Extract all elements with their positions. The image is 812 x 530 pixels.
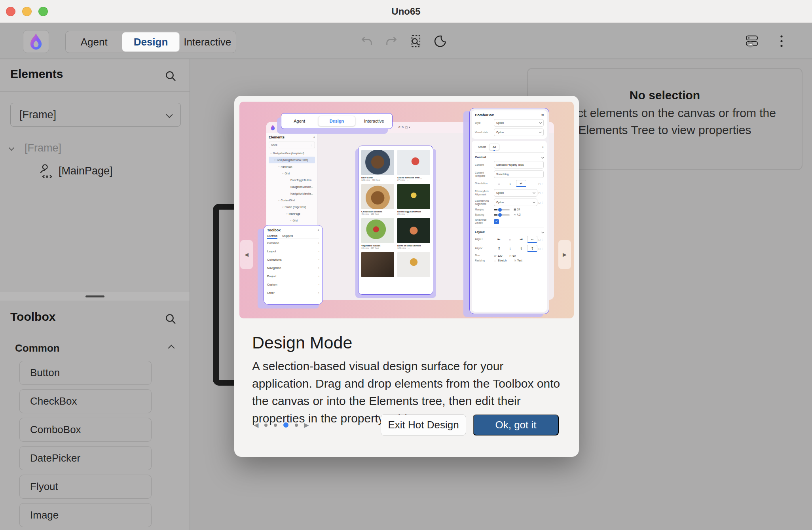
mini-tree-item: ˅ContentGrid xyxy=(269,197,315,204)
splitter-drag-handle[interactable] xyxy=(85,295,104,297)
binding-icon xyxy=(537,182,544,185)
ok-got-it-button[interactable]: Ok, got it xyxy=(473,415,559,435)
toolbox-search-button[interactable] xyxy=(164,312,177,325)
toolbox-item[interactable]: CheckBox xyxy=(19,389,152,413)
binding-icon xyxy=(537,191,544,194)
redo-button[interactable] xyxy=(385,34,398,48)
search-icon xyxy=(542,145,544,149)
mini-tree-item: PaneToggleButton xyxy=(269,177,315,184)
spacing-slider xyxy=(494,214,510,216)
props-filter-tabs: Smart All xyxy=(475,144,544,153)
panel-splitter[interactable] xyxy=(0,292,190,301)
page-prev-arrow[interactable]: ◀ xyxy=(254,421,258,429)
mini-toolbox-category: Project xyxy=(267,272,319,280)
mini-toolbox-tab: Snippets xyxy=(282,235,293,237)
food-photo xyxy=(361,252,394,277)
mini-mode-tabs: Agent Design Interactive xyxy=(281,113,393,129)
zoom-to-selection-button[interactable] xyxy=(409,34,423,48)
kebab-menu-icon xyxy=(310,144,313,147)
pagination-controls: ◀ ▶ xyxy=(254,415,309,435)
carousel-next-button[interactable]: ▶ xyxy=(558,240,571,269)
undo-button[interactable] xyxy=(360,34,374,48)
toolbox-item[interactable]: Image xyxy=(19,503,152,527)
page-dot[interactable] xyxy=(283,422,288,428)
search-icon xyxy=(313,135,315,139)
root-element-dropdown[interactable]: [Frame] xyxy=(10,103,181,127)
page-dot[interactable] xyxy=(295,424,298,427)
toolbox-item[interactable]: Button xyxy=(19,361,152,385)
page-next-arrow[interactable]: ▶ xyxy=(304,421,309,429)
toolbox-item[interactable]: DatePicker xyxy=(19,446,152,470)
elements-panel-title: Elements xyxy=(10,67,63,81)
tree-item-frame[interactable]: [Frame] xyxy=(0,139,190,157)
margins-slider xyxy=(494,209,510,210)
mini-toolbox-category: Other xyxy=(267,289,319,297)
search-icon xyxy=(318,228,319,232)
mini-properties-popover: ComboBox Style Option Visual state Optio… xyxy=(469,108,549,314)
page-element-icon xyxy=(39,164,52,178)
food-card: Beef Stew 120 mins · 480 Kcal xyxy=(361,150,394,181)
binding-icon xyxy=(537,201,544,204)
dialog-title: Design Mode xyxy=(252,333,352,352)
mini-toolbox-tab: Controls xyxy=(267,235,277,239)
mini-tree-item: NavigationViewIte... xyxy=(269,190,315,197)
toolbox-item[interactable]: ComboBox xyxy=(19,418,152,442)
toolbar-right-icons xyxy=(746,23,788,59)
panels-layout-button[interactable] xyxy=(746,34,759,48)
mini-tree-item: ˅PaneRoot xyxy=(269,163,315,170)
food-photo xyxy=(397,252,430,277)
overflow-menu-button[interactable] xyxy=(775,34,788,48)
tree-item-mainpage[interactable]: [MainPage] xyxy=(0,161,190,180)
toolbox-group-label: Common xyxy=(15,342,60,354)
theme-toggle-button[interactable] xyxy=(434,34,447,48)
food-card: Chocolate cookies 45 mins · 150 Kcal xyxy=(361,184,394,215)
toolbox-group-common[interactable]: Common xyxy=(0,339,190,357)
mini-toolbox-tabs: Controls Snippets xyxy=(267,235,319,239)
food-card-grid: Beef Stew 120 mins · 480 Kcal Sliced tom… xyxy=(361,150,430,278)
hot-design-flame-logo[interactable] xyxy=(23,30,49,53)
carousel-prev-button[interactable]: ◀ xyxy=(240,240,253,269)
mini-tree-item: ˅Frame (Page host) xyxy=(269,204,315,210)
mini-toolbox-category: Navigation xyxy=(267,264,319,272)
moon-icon xyxy=(434,35,447,47)
chevron-down-icon[interactable] xyxy=(9,145,14,151)
page-dot[interactable] xyxy=(264,424,268,427)
design-mode-illustration: Elements Shell ˅NavigationView (template… xyxy=(239,102,574,318)
content-section-header: Content xyxy=(475,155,544,159)
mode-tab[interactable]: Agent xyxy=(66,31,122,53)
elements-search-button[interactable] xyxy=(164,70,177,82)
mini-toolbar-icons xyxy=(398,126,412,129)
redo-icon xyxy=(385,34,398,48)
mini-toolbox-popover: Toolbox Controls Snippets Common Layout … xyxy=(264,225,323,305)
mini-toolbox-title: Toolbox xyxy=(267,228,281,232)
page-dot[interactable] xyxy=(274,424,277,427)
kebab-menu-icon xyxy=(780,33,784,49)
food-card: Sliced tomatoe with ... 27 mins · ... xyxy=(397,150,430,181)
mini-elements-tree: ˅NavigationView (templated) ˅Grid (Navig… xyxy=(269,150,315,224)
zindex-checkbox xyxy=(494,219,499,224)
mini-phone-canvas: Beef Stew 120 mins · 480 Kcal Sliced tom… xyxy=(358,146,433,295)
binding-icon xyxy=(537,247,544,250)
search-icon xyxy=(164,312,177,325)
mini-tree-item: ˅Grid xyxy=(269,170,315,177)
tree-item-label: [MainPage] xyxy=(59,165,113,177)
food-photo xyxy=(397,150,430,175)
mode-tab[interactable]: Design xyxy=(122,32,179,51)
design-mode-dialog: Elements Shell ˅NavigationView (template… xyxy=(234,96,579,457)
flame-icon xyxy=(28,33,44,50)
food-photo xyxy=(397,184,430,209)
exit-hot-design-button[interactable]: Exit Hot Design xyxy=(381,415,466,435)
toolbox-item[interactable]: Flyout xyxy=(19,475,152,499)
counter-axis-dropdown: Option xyxy=(494,199,537,206)
mini-toolbox-category: Collections xyxy=(267,256,319,264)
copy-icon xyxy=(541,113,544,117)
primary-axis-dropdown: Option xyxy=(494,189,537,197)
mini-tree-item: ˅MainPage xyxy=(269,210,315,217)
align-v-toggle-group xyxy=(494,245,537,252)
toolbox-item-list: Button CheckBox ComboBox DatePicker Flyo… xyxy=(19,361,152,527)
find-selection-icon xyxy=(409,34,423,48)
mode-tab[interactable]: Interactive xyxy=(179,31,236,53)
window-title: Uno65 xyxy=(0,6,812,17)
props-element-name: ComboBox xyxy=(475,113,494,117)
food-photo xyxy=(361,184,394,209)
